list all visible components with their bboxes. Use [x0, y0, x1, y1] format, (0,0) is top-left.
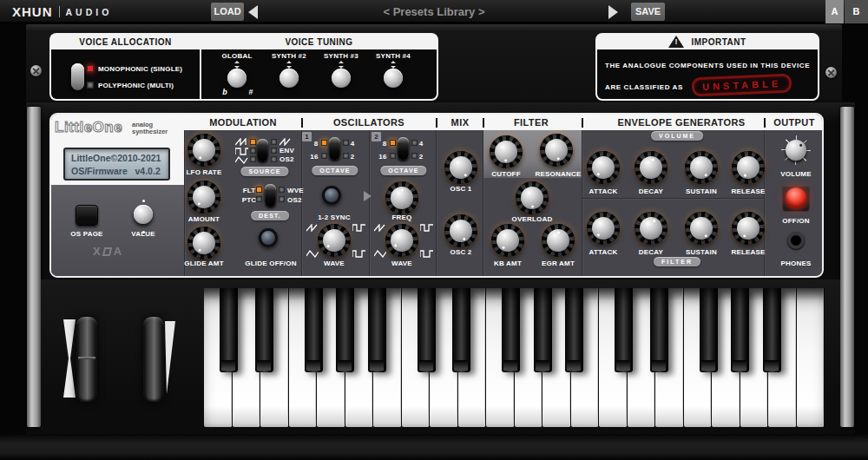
synth3-tune-knob[interactable]	[332, 69, 351, 88]
oscillators-title: OSCILLATORS	[333, 117, 404, 128]
vol-decay-label: DECAY	[639, 187, 663, 195]
value-knob[interactable]	[134, 205, 153, 224]
osc-divider	[369, 130, 370, 276]
slot-a-button[interactable]: A	[825, 0, 844, 23]
osc2-wave-label: WAVE	[391, 260, 412, 267]
flt-release-knob[interactable]	[732, 212, 765, 245]
dest-switch[interactable]	[265, 184, 276, 207]
egr-amt-knob[interactable]	[542, 224, 575, 257]
vol-decay-knob[interactable]	[635, 151, 667, 184]
pitch-wheel[interactable]	[76, 317, 97, 402]
power-button[interactable]	[783, 186, 809, 210]
osc1-oct8-label: 8	[314, 140, 319, 148]
header-separator	[301, 118, 303, 128]
source-led-6	[271, 156, 277, 162]
keyboard-keys	[204, 288, 825, 427]
black-key[interactable]	[452, 288, 470, 372]
output-volume-label: VOLUME	[780, 170, 811, 178]
mod-wheel-marker-icon	[165, 321, 175, 396]
cutoff-knob[interactable]	[490, 135, 523, 168]
osc2-wave-knob[interactable]	[385, 224, 418, 257]
section-divider	[582, 130, 582, 276]
osc1-oct4-label: 4	[351, 140, 355, 148]
glide-onoff-button[interactable]	[259, 228, 278, 247]
voice-mode-switch[interactable]	[71, 63, 84, 90]
mix-osc2-label: OSC 2	[450, 248, 471, 256]
osc2-oct8-led	[390, 140, 396, 146]
black-key[interactable]	[700, 288, 718, 372]
monophonic-label: MONOPHONIC (SINGLE)	[98, 65, 182, 73]
kb-amt-knob[interactable]	[491, 224, 524, 257]
black-key[interactable]	[650, 288, 668, 372]
section-divider	[436, 130, 437, 276]
source-pill: SOURCE	[240, 167, 288, 176]
screw-icon	[30, 65, 42, 76]
black-key[interactable]	[565, 288, 583, 372]
lfo-rate-knob[interactable]	[187, 134, 220, 167]
black-key[interactable]	[255, 288, 273, 372]
vol-sustain-knob[interactable]	[685, 151, 718, 184]
resonance-knob[interactable]	[540, 134, 573, 167]
mix-osc2-knob[interactable]	[444, 214, 477, 247]
osc1-wave-knob[interactable]	[318, 224, 351, 257]
mod-amount-knob[interactable]	[187, 181, 220, 214]
vol-release-label: RELEASE	[731, 187, 765, 195]
top-toolbar: XHUN AUDIO LOAD < Presets Library > SAVE…	[0, 0, 868, 23]
osc1-oct16-led	[321, 153, 327, 159]
dest-led-os2	[279, 196, 285, 202]
osc1-wave-label: WAVE	[324, 260, 345, 267]
cutoff-label: CUTOFF	[491, 170, 521, 178]
vol-attack-knob[interactable]	[587, 151, 620, 184]
flt-decay-label: DECAY	[639, 248, 663, 256]
screw-icon	[825, 67, 837, 78]
global-tune-knob[interactable]	[227, 69, 247, 88]
slot-b-button[interactable]: B	[845, 0, 868, 23]
next-preset-icon[interactable]	[608, 5, 618, 19]
osc2-oct4-led	[411, 140, 418, 146]
output-volume-knob[interactable]	[781, 135, 811, 165]
osc2-freq-knob[interactable]	[385, 181, 418, 214]
overload-knob[interactable]	[516, 181, 549, 214]
preset-display[interactable]: < Presets Library >	[0, 5, 868, 18]
dest-led-wve	[279, 187, 285, 193]
synth4-tune-knob[interactable]	[384, 69, 403, 88]
black-key[interactable]	[220, 288, 238, 372]
osc1-oct2-label: 2	[351, 153, 355, 161]
voice-allocation-title: VOICE ALLOCATION	[51, 35, 200, 49]
synth2-tune-knob[interactable]	[279, 69, 299, 88]
value-knob-marker	[142, 200, 145, 202]
mix-osc1-knob[interactable]	[444, 151, 477, 184]
flt-attack-knob[interactable]	[587, 212, 620, 245]
black-key[interactable]	[368, 288, 386, 372]
glide-amount-knob[interactable]	[187, 227, 220, 260]
white-key[interactable]	[797, 288, 825, 427]
mod-wheel[interactable]	[143, 317, 164, 402]
osc1-oct16-label: 16	[310, 153, 318, 161]
tagline-line2: synthesizer	[132, 128, 168, 135]
mix-title: MIX	[451, 117, 470, 128]
square-wave-icon	[352, 224, 365, 232]
important-header: IMPORTANT	[597, 35, 818, 49]
black-key[interactable]	[336, 288, 354, 372]
black-key[interactable]	[615, 288, 633, 372]
black-key[interactable]	[418, 288, 436, 372]
osc2-octave-switch[interactable]	[398, 137, 409, 160]
littleone-synth-window: XHUN AUDIO LOAD < Presets Library > SAVE…	[0, 0, 868, 460]
flt-sustain-knob[interactable]	[685, 212, 718, 245]
global-tune-label: GLOBAL	[222, 52, 253, 60]
flat-symbol: b	[222, 88, 227, 96]
osc1-octave-switch[interactable]	[329, 137, 340, 160]
flt-decay-knob[interactable]	[635, 212, 667, 245]
ramp-wave-icon	[279, 138, 291, 146]
black-key[interactable]	[305, 288, 323, 372]
source-switch[interactable]	[257, 139, 268, 161]
sync-button[interactable]	[322, 186, 341, 205]
os-page-button[interactable]	[76, 205, 98, 226]
save-button[interactable]: SAVE	[631, 3, 665, 21]
section-divider	[184, 130, 185, 276]
black-key[interactable]	[731, 288, 749, 372]
black-key[interactable]	[502, 288, 520, 372]
black-key[interactable]	[534, 288, 552, 372]
black-key[interactable]	[763, 288, 781, 372]
vol-release-knob[interactable]	[732, 151, 765, 184]
